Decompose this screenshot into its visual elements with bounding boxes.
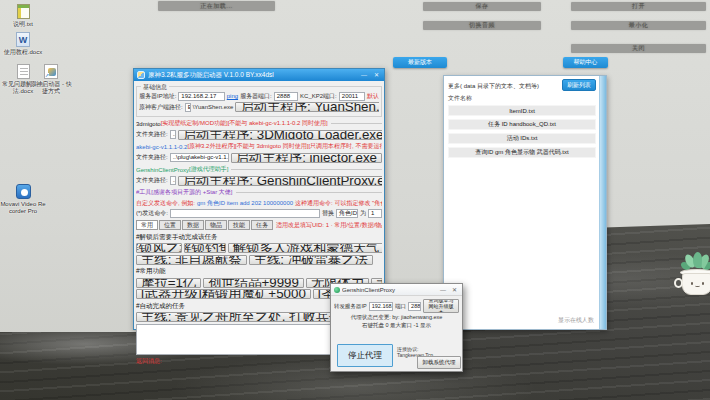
launch-proxy-button[interactable]: 启动主程序: GenshinClientProxy.exe [178, 176, 382, 186]
send-command-label: (*)发送命令: [136, 209, 168, 218]
forward-port-input[interactable]: 2888 [408, 302, 421, 311]
desktop-icon-word[interactable]: W 使用教程.docx [0, 32, 46, 56]
forward-port-label: 端口 [395, 303, 406, 310]
word-doc-icon: W [16, 32, 30, 47]
overlay-bar[interactable]: 保存 [423, 2, 541, 11]
akebi-name: akebi-gc-v1.1.1-0.2 [136, 144, 187, 150]
group-basic-info-label: 基础信息 [141, 83, 169, 92]
forward-ip-input[interactable]: 192.168.2.17 [369, 302, 393, 311]
stop-proxy-button[interactable]: 停止代理 [337, 344, 393, 367]
minimize-icon[interactable]: — [438, 287, 448, 293]
desktop-icon-label: 说明.txt [0, 21, 46, 28]
proxy-note: [游戏代理助手] [189, 165, 228, 174]
tools-section-label: #工具[感谢各项目开源的 +Star 大佬] [136, 188, 233, 197]
overlay-bar[interactable]: 关闭 [571, 44, 706, 53]
akebi-path-label: 文件夹路径: [136, 153, 168, 162]
overlay-bar-center[interactable]: 正在加载... [158, 1, 275, 11]
weapon-ore-button[interactable]: [武器升级]精锻用魔矿+5000 [136, 289, 311, 299]
kcp-port-label: KC_KP2端口: [300, 92, 337, 101]
cup-body [682, 273, 710, 295]
desktop-icon-label: 使用教程.docx [0, 49, 46, 56]
mainline-quest-button[interactable]: 主线: 冲破雷暴之法 [249, 255, 373, 265]
client-path-input[interactable]: E:\Grasscutter32\YuanShen.3.2.0(YuanShen… [185, 103, 191, 112]
tab-quests[interactable]: 任务 [251, 220, 273, 230]
minimize-icon[interactable]: — [359, 72, 369, 78]
file-list-item[interactable]: 活动 IDs.txt [448, 133, 596, 144]
tabs-note: 适用改是填写UID: 1 · 常用/位置/数据/物品类 [276, 221, 382, 230]
send-command-input[interactable] [170, 209, 320, 218]
tab-common[interactable]: 常用 [136, 220, 158, 230]
cup-handle [674, 278, 683, 288]
server-ip-input[interactable]: 192.168.2.17 [178, 92, 224, 101]
desktop-icon-label: 原神启动器 - 快捷方式 [28, 81, 74, 94]
proxy-dialog-titlebar[interactable]: GenshinClientProxy — ✕ [331, 284, 462, 296]
command-hint-pre: 自定义发送命令, 例如: [136, 199, 195, 208]
check-version-button[interactable]: 查询版本与网站升级版本 [423, 299, 459, 313]
default-note: 默认 [367, 92, 379, 101]
uninstall-proxy-button[interactable]: 卸载系统代理 [417, 356, 461, 369]
close-icon[interactable]: ✕ [450, 287, 459, 293]
file-list-item[interactable]: 查询ID gm 角色显示物 武器代码.txt [448, 147, 596, 158]
akebi-path-input[interactable]: ..\plug\akebi-gc-v1.1.1-0.2 [170, 153, 229, 162]
toast-pill-right[interactable]: 帮助中心 [563, 57, 608, 68]
cup-face-mouth [695, 284, 700, 287]
3dmigoto-path-label: 文件夹路径: [136, 130, 168, 139]
launch-client-button[interactable]: 启动主程序: YuanShen.exe [235, 102, 379, 112]
desktop-icon-notes[interactable]: 说明.txt [0, 4, 46, 28]
unlock-wind-glider-button[interactable]: 解锁风之翼 [136, 243, 182, 253]
file-list-item[interactable]: 任务 ID handbook_QD.txt [448, 119, 596, 130]
mora-button[interactable]: 摩拉=1亿 [136, 278, 201, 288]
desktop-icon-label: Movavi Video Recorder Pro [0, 201, 46, 214]
cup-face-eye [702, 282, 704, 285]
3dmigoto-note: [实现壁纸定制/MOD功能][不能与 akebi-gc-v1.1.1-0.2 同… [161, 119, 328, 128]
launch-3dmigoto-button[interactable]: 启动主程序: 3DMigoto Loader.exe [178, 130, 382, 140]
3dmigoto-name: 3dmigoto [136, 121, 161, 127]
server-port-label: 服务器端口: [240, 92, 272, 101]
online-count-label: 显示在线人数 [558, 316, 594, 325]
app-shortcut-icon [44, 64, 58, 79]
tab-items[interactable]: 物品 [205, 220, 227, 230]
section-common-title: #常用功能 [136, 267, 382, 276]
proxy-name: GenshinClientProxy [136, 167, 189, 173]
proxy-path-input[interactable]: ..\plug\内部助手 [170, 176, 176, 185]
server-port-input[interactable]: 2888 [274, 92, 298, 101]
command-hint-post: 这种通用命令: 可以指定修改 "角色ID" 为 UID 实现快速发送命令 [295, 199, 382, 208]
file-list-item[interactable]: ItemID.txt [448, 105, 596, 116]
proxy-dialog: GenshinClientProxy — ✕ 转发服务器IP 192.168.2… [330, 283, 463, 372]
overlay-bar[interactable]: 最小化 [571, 21, 706, 30]
unlock-fishing-button[interactable]: 解锁钓鱼 [184, 243, 226, 253]
proxy-app-icon [334, 287, 340, 293]
replace-target-input[interactable]: 角色ID [336, 209, 358, 218]
tab-data[interactable]: 数据 [182, 220, 204, 230]
notepad-icon [17, 4, 30, 19]
unlock-coop-weather-button[interactable]: 解锁多人游戏和蒙德天气 [228, 243, 382, 253]
akebi-note: [原神3.2外挂程序][不能与 3dmigoto 同时使用][只调用本程序时, … [187, 142, 382, 151]
panel-scrollbar[interactable] [599, 76, 606, 329]
close-icon[interactable]: ✕ [372, 72, 381, 78]
launch-akebi-button[interactable]: 启动主程序: injector.exe [231, 153, 382, 163]
command-hint-example: gm 角色ID item add 202 100000000 [197, 199, 293, 208]
refresh-list-button[interactable]: 刷新列表 [562, 79, 596, 91]
mainline-quest-button[interactable]: 主线: 非自愿献祭 [136, 255, 247, 265]
replace-label: 替换 [322, 209, 334, 218]
overlay-bar[interactable]: 打开 [571, 2, 706, 11]
tab-skills[interactable]: 技能 [228, 220, 250, 230]
client-exe-note: \YuanShen.exe [193, 104, 234, 110]
file-name-column-header: 文件名称 [444, 91, 606, 105]
tab-position[interactable]: 位置 [159, 220, 181, 230]
desktop-icon-launcher-shortcut[interactable]: 原神启动器 - 快捷方式 [28, 64, 74, 94]
succulent-cup-sticker [676, 252, 710, 300]
proxy-dialog-title: GenshinClientProxy [342, 287, 436, 293]
toast-pill-left[interactable]: 最新版本 [393, 57, 447, 68]
uid-input[interactable]: 1 [368, 209, 382, 218]
overlay-bar[interactable]: 切换音频 [423, 21, 541, 30]
primogem-button[interactable]: 创世结晶+9999 [203, 278, 304, 288]
ping-link[interactable]: ping [227, 93, 238, 99]
3dmigoto-path-input[interactable]: ..\plug\3dmigoto [170, 130, 176, 139]
kcp-port-input[interactable]: 20011 [339, 92, 365, 101]
section-unlock-title: #解锁后需要手动完成该任务 [136, 233, 382, 242]
cup-face-eye [691, 282, 693, 285]
desktop-icon-recorder[interactable]: Movavi Video Recorder Pro [0, 184, 46, 214]
launcher-titlebar[interactable]: 原神3.2私服多功能启动器 V.1.0.0 BY.xx4dsl — ✕ [134, 69, 384, 81]
tray-note-text: 右键托盘 0 最大窗口 -1 显示 [362, 322, 431, 329]
